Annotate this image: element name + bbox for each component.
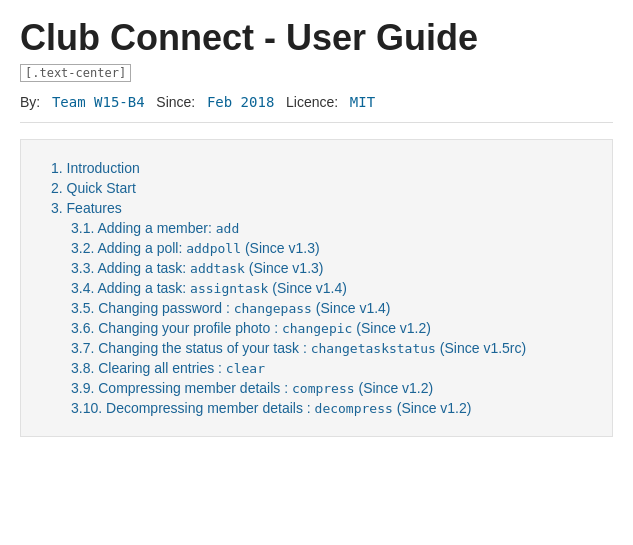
toc-item-3.2[interactable]: 3.2. Adding a poll: addpoll (Since v1.3) <box>71 240 592 256</box>
toc-prefix-3.10: 3.10. Decompressing member details : <box>71 400 315 416</box>
toc-item-3.5[interactable]: 3.5. Changing password : changepass (Sin… <box>71 300 592 316</box>
toc-suffix-3.10: (Since v1.2) <box>393 400 472 416</box>
toc-suffix-3.7: (Since v1.5rc) <box>436 340 526 356</box>
toc-container: 1. Introduction2. Quick Start3. Features… <box>20 139 613 437</box>
toc-link-3.8[interactable]: 3.8. Clearing all entries : clear <box>71 360 265 376</box>
toc-link-3.3[interactable]: 3.3. Adding a task: addtask (Since v1.3) <box>71 260 323 276</box>
toc-item-1[interactable]: 1. Introduction <box>51 160 592 176</box>
toc-code-3.10: decompress <box>315 401 393 416</box>
toc-link-3[interactable]: 3. Features <box>51 200 122 216</box>
by-label: By: <box>20 94 40 110</box>
toc-suffix-3.6: (Since v1.2) <box>352 320 431 336</box>
toc-item-3.4[interactable]: 3.4. Adding a task: assigntask (Since v1… <box>71 280 592 296</box>
toc-prefix-3.9: 3.9. Compressing member details : <box>71 380 292 396</box>
toc-item-3.7[interactable]: 3.7. Changing the status of your task : … <box>71 340 592 356</box>
since-label: Since: <box>156 94 195 110</box>
toc-link-3.2[interactable]: 3.2. Adding a poll: addpoll (Since v1.3) <box>71 240 320 256</box>
meta-line: By: Team W15-B4 Since: Feb 2018 Licence:… <box>20 94 613 123</box>
toc-link-3.7[interactable]: 3.7. Changing the status of your task : … <box>71 340 526 356</box>
toc-suffix-3.9: (Since v1.2) <box>355 380 434 396</box>
toc-prefix-3.1: 3.1. Adding a member: <box>71 220 216 236</box>
toc-code-3.4: assigntask <box>190 281 268 296</box>
licence-label: Licence: <box>286 94 338 110</box>
toc-prefix-3.3: 3.3. Adding a task: <box>71 260 190 276</box>
toc-code-3.2: addpoll <box>186 241 241 256</box>
toc-item-3.9[interactable]: 3.9. Compressing member details : compre… <box>71 380 592 396</box>
toc-link-3.1[interactable]: 3.1. Adding a member: add <box>71 220 239 236</box>
toc-item-3.8[interactable]: 3.8. Clearing all entries : clear <box>71 360 592 376</box>
toc-suffix-3.5: (Since v1.4) <box>312 300 391 316</box>
toc-code-3.8: clear <box>226 361 265 376</box>
toc-link-3.10[interactable]: 3.10. Decompressing member details : dec… <box>71 400 471 416</box>
toc-link-3.9[interactable]: 3.9. Compressing member details : compre… <box>71 380 433 396</box>
toc-code-3.3: addtask <box>190 261 245 276</box>
toc-suffix-3.3: (Since v1.3) <box>245 260 324 276</box>
page-title: Club Connect - User Guide <box>20 16 613 59</box>
text-center-badge: [.text-center] <box>20 64 131 82</box>
licence-value: MIT <box>350 94 375 110</box>
toc-suffix-3.2: (Since v1.3) <box>241 240 320 256</box>
toc-code-3.6: changepic <box>282 321 352 336</box>
toc-link-2[interactable]: 2. Quick Start <box>51 180 136 196</box>
since-value: Feb 2018 <box>207 94 274 110</box>
toc-link-3.4[interactable]: 3.4. Adding a task: assigntask (Since v1… <box>71 280 347 296</box>
toc-prefix-3.2: 3.2. Adding a poll: <box>71 240 186 256</box>
toc-item-3.3[interactable]: 3.3. Adding a task: addtask (Since v1.3) <box>71 260 592 276</box>
team-value: Team W15-B4 <box>52 94 145 110</box>
toc-item-3.10[interactable]: 3.10. Decompressing member details : dec… <box>71 400 592 416</box>
toc-code-3.1: add <box>216 221 239 236</box>
toc-prefix-3.6: 3.6. Changing your profile photo : <box>71 320 282 336</box>
toc-list: 1. Introduction2. Quick Start3. Features… <box>51 160 592 416</box>
toc-prefix-3.7: 3.7. Changing the status of your task : <box>71 340 311 356</box>
toc-link-1[interactable]: 1. Introduction <box>51 160 140 176</box>
toc-prefix-3.5: 3.5. Changing password : <box>71 300 234 316</box>
toc-link-3.6[interactable]: 3.6. Changing your profile photo : chang… <box>71 320 431 336</box>
toc-link-3.5[interactable]: 3.5. Changing password : changepass (Sin… <box>71 300 391 316</box>
toc-code-3.7: changetaskstatus <box>311 341 436 356</box>
toc-suffix-3.4: (Since v1.4) <box>268 280 347 296</box>
toc-item-3[interactable]: 3. Features <box>51 200 592 216</box>
toc-code-3.5: changepass <box>234 301 312 316</box>
toc-item-2[interactable]: 2. Quick Start <box>51 180 592 196</box>
toc-prefix-3.4: 3.4. Adding a task: <box>71 280 190 296</box>
toc-code-3.9: compress <box>292 381 355 396</box>
toc-item-3.1[interactable]: 3.1. Adding a member: add <box>71 220 592 236</box>
toc-item-3.6[interactable]: 3.6. Changing your profile photo : chang… <box>71 320 592 336</box>
toc-prefix-3.8: 3.8. Clearing all entries : <box>71 360 226 376</box>
